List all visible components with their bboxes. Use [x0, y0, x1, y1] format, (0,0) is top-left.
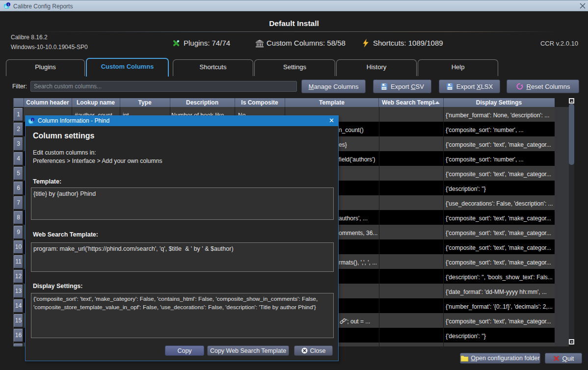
svg-text:i: i	[32, 118, 33, 122]
